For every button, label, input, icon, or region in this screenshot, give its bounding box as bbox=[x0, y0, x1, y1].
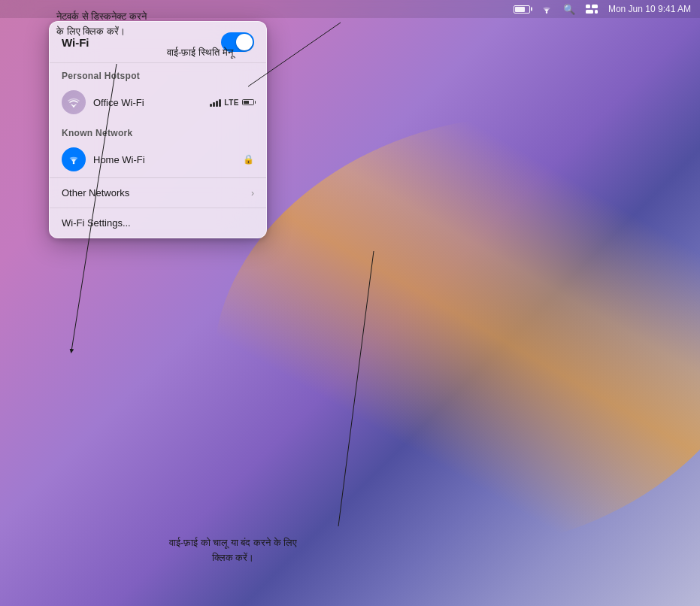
battery-icon bbox=[514, 5, 530, 14]
controlcenter-icon bbox=[586, 5, 598, 14]
svg-point-6 bbox=[73, 162, 75, 165]
callout-disconnect-text: नेटवर्क से डिस्कनेक्ट करनेके लिए क्लिक क… bbox=[56, 9, 147, 38]
svg-point-5 bbox=[73, 105, 75, 108]
wifi-icon bbox=[541, 5, 553, 14]
office-wifi-icon bbox=[62, 90, 86, 114]
svg-rect-4 bbox=[595, 10, 598, 14]
home-wifi-name: Home Wi-Fi bbox=[93, 154, 235, 165]
svg-rect-3 bbox=[586, 10, 593, 14]
chevron-right-icon: › bbox=[251, 188, 254, 198]
known-network-section-label: Known Network bbox=[50, 120, 266, 141]
bar1 bbox=[210, 104, 212, 107]
signal-bars-icon bbox=[210, 98, 221, 107]
spotlight-button[interactable]: 🔍 bbox=[560, 2, 578, 17]
menubar-datetime: Mon Jun 10 9:41 AM bbox=[608, 4, 691, 14]
callout-toggle-text: वाई-फ़ाई को चालू या बंद करने के लिएक्लिक… bbox=[169, 535, 298, 565]
lte-battery-icon bbox=[242, 99, 254, 105]
bar2 bbox=[213, 102, 215, 107]
battery-indicator bbox=[511, 4, 533, 15]
svg-rect-2 bbox=[592, 5, 598, 8]
office-wifi-meta: LTE bbox=[210, 98, 254, 107]
personal-hotspot-section-label: Personal Hotspot bbox=[50, 63, 266, 84]
office-wifi-network-item[interactable]: Office Wi-Fi LTE bbox=[50, 84, 266, 120]
other-networks-label: Other Networks bbox=[62, 187, 129, 198]
svg-rect-1 bbox=[586, 5, 590, 8]
wifi-dropdown-menu: Wi-Fi Personal Hotspot Office Wi-Fi LTE bbox=[49, 21, 267, 238]
home-wifi-network-item[interactable]: Home Wi-Fi 🔒 bbox=[50, 141, 266, 177]
svg-point-0 bbox=[546, 12, 547, 14]
home-wifi-meta: 🔒 bbox=[243, 154, 254, 165]
menubar-clock: Mon Jun 10 9:41 AM bbox=[605, 2, 694, 16]
callout-wifi-status: वाई-फ़ाई स्थिति मेनू bbox=[167, 45, 233, 60]
control-center-button[interactable] bbox=[583, 3, 601, 15]
bar3 bbox=[216, 101, 218, 107]
home-wifi-icon bbox=[62, 147, 86, 171]
menubar-right: 🔍 Mon Jun 10 9:41 AM bbox=[511, 2, 694, 17]
wifi-settings-item[interactable]: Wi-Fi Settings... bbox=[50, 208, 266, 238]
other-networks-item[interactable]: Other Networks › bbox=[50, 178, 266, 208]
callout-toggle-wifi: वाई-फ़ाई को चालू या बंद करने के लिएक्लिक… bbox=[169, 535, 298, 565]
callout-disconnect: नेटवर्क से डिस्कनेक्ट करनेके लिए क्लिक क… bbox=[56, 9, 147, 38]
callout-wifi-status-text: वाई-फ़ाई स्थिति मेनू bbox=[167, 45, 233, 60]
bar4 bbox=[219, 99, 221, 107]
office-wifi-name: Office Wi-Fi bbox=[93, 97, 202, 108]
battery-fill bbox=[515, 7, 525, 12]
wifi-menubar-button[interactable] bbox=[538, 3, 556, 15]
wifi-settings-label: Wi-Fi Settings... bbox=[62, 217, 131, 229]
search-icon: 🔍 bbox=[563, 4, 575, 15]
lte-badge: LTE bbox=[224, 98, 239, 107]
lock-icon: 🔒 bbox=[243, 154, 254, 165]
